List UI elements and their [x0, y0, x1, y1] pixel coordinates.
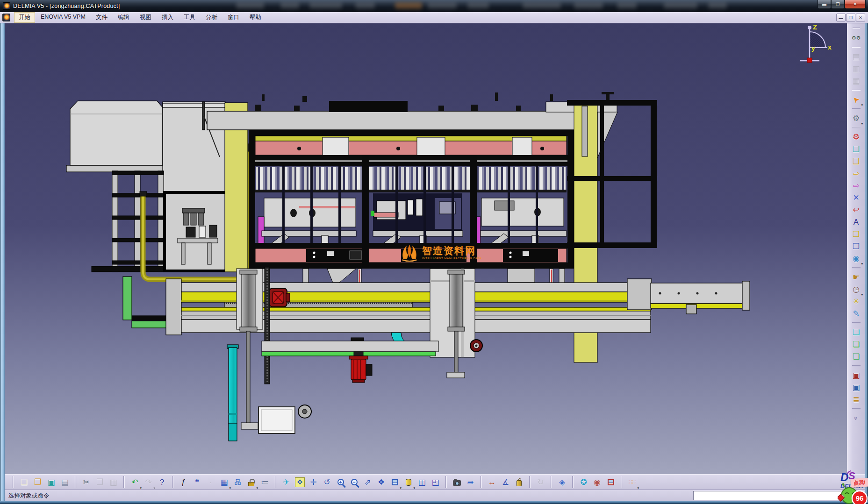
- red-roller[interactable]: [269, 288, 290, 307]
- layers-icon[interactable]: ◈: [556, 476, 568, 489]
- child-restore-button[interactable]: ❐: [846, 14, 855, 21]
- list-pen-icon[interactable]: ≣: [850, 393, 862, 405]
- fit-all-icon[interactable]: ✥: [294, 476, 306, 489]
- top-black-box[interactable]: [329, 101, 408, 112]
- context-help-icon[interactable]: ?: [156, 476, 168, 489]
- multi-view-icon[interactable]: ❖: [375, 476, 387, 489]
- helper-badge: 96: [856, 494, 864, 502]
- close-button[interactable]: ✕: [845, 0, 866, 9]
- toolbar-separator: [852, 322, 861, 323]
- window-title: DELMIA V5 - [zongzhuang.CATProduct]: [13, 3, 120, 9]
- site-watermark: 智造资料网 INTELLIGENT MANUFACTURING DATA: [400, 243, 481, 263]
- menu-item[interactable]: 分析: [201, 12, 222, 23]
- document-icon: [2, 14, 10, 21]
- blurred-watermark: [309, 2, 342, 9]
- pan-icon[interactable]: ✛: [307, 476, 320, 489]
- cube-link-icon[interactable]: ▣: [850, 369, 862, 381]
- select-arrow-icon[interactable]: ➤▾: [850, 93, 862, 106]
- zoom-in-icon[interactable]: +: [334, 476, 347, 489]
- menu-item[interactable]: 工具: [179, 12, 200, 23]
- mass-properties-icon[interactable]: [513, 476, 525, 489]
- grid-snap-icon[interactable]: ∷∷▾: [626, 476, 638, 489]
- material-sphere-icon[interactable]: ◉: [591, 476, 603, 489]
- toolbar-separator: [13, 476, 14, 488]
- rotate-icon[interactable]: ↺: [321, 476, 333, 489]
- maximize-button[interactable]: ❐: [831, 0, 845, 9]
- menu-item[interactable]: 文件: [91, 12, 112, 23]
- toolbar-separator: [852, 108, 861, 109]
- structure-tree-icon[interactable]: 品: [231, 476, 244, 489]
- clean-hand-icon[interactable]: ☛: [850, 271, 862, 283]
- fly-mode-icon[interactable]: ✈: [280, 476, 293, 489]
- document-gear-yellow-icon[interactable]: ❑: [850, 155, 862, 167]
- lock-icon[interactable]: ▾: [245, 476, 258, 489]
- window-list-icon[interactable]: ❒: [850, 240, 862, 252]
- machine-top-beam[interactable]: [207, 111, 589, 130]
- workbench-gears-icon[interactable]: ⚙⚙: [850, 32, 862, 44]
- upper-panel-row[interactable]: [255, 136, 567, 156]
- undo-icon[interactable]: ↶▾: [129, 476, 141, 489]
- annotation-bubble-icon[interactable]: ❝: [191, 476, 203, 489]
- delete-component-icon[interactable]: ✕: [850, 192, 862, 204]
- measure-between-icon[interactable]: ↔: [486, 476, 498, 489]
- normal-view-icon[interactable]: ⇗: [361, 476, 374, 489]
- import-document-icon[interactable]: ⇨: [850, 167, 862, 179]
- print-icon[interactable]: ▤: [58, 476, 71, 489]
- formula-icon[interactable]: ƒ: [177, 476, 190, 489]
- minimize-button[interactable]: ▬: [818, 0, 831, 9]
- zoom-out-icon[interactable]: −: [348, 476, 360, 489]
- save-refresh-icon[interactable]: ❏: [850, 350, 862, 362]
- command-input[interactable]: [693, 491, 858, 500]
- pen-star-icon[interactable]: ✎: [850, 307, 862, 319]
- menu-item[interactable]: 窗口: [223, 12, 244, 23]
- toolbar-separator: [75, 476, 76, 488]
- ad-tag[interactable]: 点我!: [850, 478, 868, 488]
- simulation-clock-icon[interactable]: ◷▾: [850, 283, 862, 295]
- menu-item[interactable]: 编辑: [113, 12, 134, 23]
- child-close-button[interactable]: ✕: [856, 14, 865, 21]
- compass-y-label: y: [811, 44, 815, 52]
- menu-bar: 开始ENOVIA V5 VPM文件编辑视图插入工具分析窗口帮助 ▬ ❐ ✕: [0, 12, 868, 23]
- instance-count-icon[interactable]: ◉▾: [850, 252, 862, 264]
- child-minimize-button[interactable]: ▬: [836, 14, 846, 21]
- menu-item[interactable]: ENOVIA V5 VPM: [36, 12, 90, 23]
- render-style-icon[interactable]: ▾: [402, 476, 415, 489]
- blurred-watermark: [236, 2, 264, 9]
- scene-box-icon[interactable]: ➦: [464, 476, 477, 489]
- cyan-belt[interactable]: [227, 345, 238, 441]
- toolbar-separator: [852, 365, 861, 366]
- edit-cursor-icon[interactable]: ⚙▾: [850, 112, 862, 124]
- document-gear-teal-icon[interactable]: ❑: [850, 143, 862, 155]
- toolbar-separator: [445, 476, 447, 488]
- iso-view-icon[interactable]: ▾: [388, 476, 401, 489]
- window-diagram-icon[interactable]: ❒: [850, 228, 862, 240]
- annotation-frame-icon[interactable]: A: [850, 216, 862, 228]
- export-structure-icon[interactable]: ⇨: [850, 179, 862, 192]
- menu-item[interactable]: 开始: [14, 12, 35, 23]
- update-wheel-icon[interactable]: ⚙: [850, 131, 862, 143]
- blurred-watermark: [574, 2, 603, 9]
- menu-items: 开始ENOVIA V5 VPM文件编辑视图插入工具分析窗口帮助: [14, 12, 267, 23]
- design-table-icon[interactable]: ▦▾: [218, 476, 230, 489]
- open-folder-icon[interactable]: ❐: [31, 476, 44, 489]
- more-tools-chevron[interactable]: »: [850, 412, 862, 424]
- menu-item[interactable]: 视图: [135, 12, 156, 23]
- view-mode-1-icon[interactable]: ◫: [416, 476, 428, 489]
- reorder-tree-icon[interactable]: ↩: [850, 204, 862, 216]
- save-icon[interactable]: ▣: [45, 476, 57, 489]
- save-view-icon[interactable]: ❏: [850, 326, 862, 338]
- cube-tree-icon[interactable]: ▣: [850, 381, 862, 393]
- colored-cube-icon[interactable]: [604, 476, 617, 489]
- camera-icon[interactable]: [451, 476, 463, 489]
- rule-editor-icon[interactable]: ≔: [258, 476, 271, 489]
- menu-item[interactable]: 帮助: [245, 12, 266, 23]
- measure-item-icon[interactable]: ∡: [499, 476, 512, 489]
- menu-item[interactable]: 插入: [157, 12, 178, 23]
- new-document-icon[interactable]: ❏: [18, 476, 30, 489]
- save-export-icon[interactable]: ❏: [850, 338, 862, 350]
- world-scale-icon[interactable]: ✪: [577, 476, 590, 489]
- cut-icon[interactable]: ✂: [80, 476, 93, 489]
- view-mode-2-icon[interactable]: ◰: [429, 476, 442, 489]
- right-toolbar-grip[interactable]: [853, 28, 860, 29]
- explode-arrows-icon[interactable]: ✳: [850, 295, 862, 307]
